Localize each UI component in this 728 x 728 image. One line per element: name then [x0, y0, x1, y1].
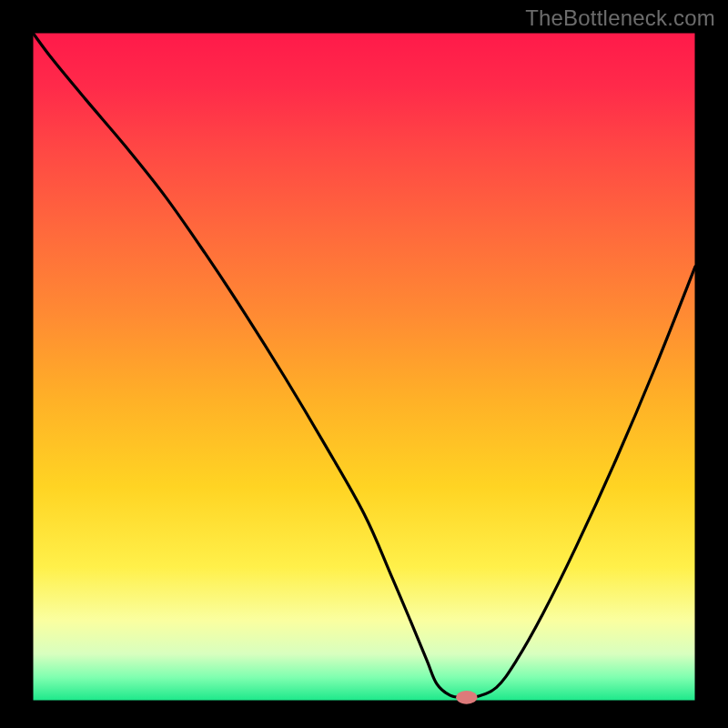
- watermark-text: TheBottleneck.com: [525, 5, 715, 31]
- bottleneck-chart: [0, 0, 728, 728]
- plot-area: [33, 33, 695, 701]
- chart-container: TheBottleneck.com: [0, 0, 728, 728]
- optimal-point-marker: [456, 691, 477, 704]
